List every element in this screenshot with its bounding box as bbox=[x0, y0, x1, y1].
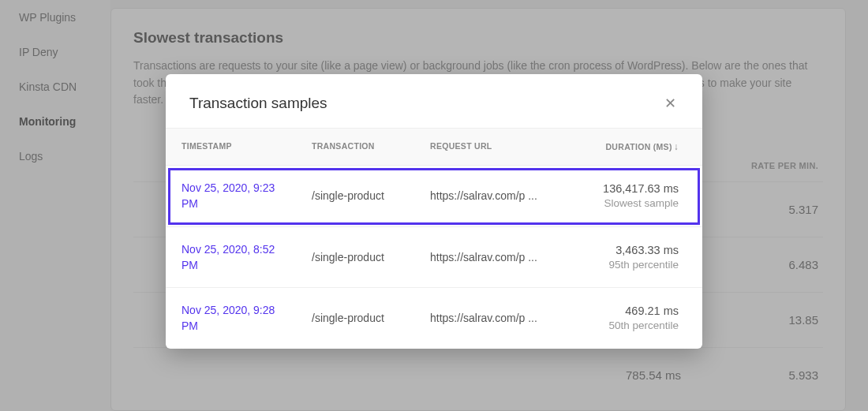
duration-label: Slowest sample bbox=[568, 197, 679, 209]
request-url: https://salrav.com/p ... bbox=[430, 251, 568, 263]
timestamp-link[interactable]: Nov 25, 2020, 9:28 PM bbox=[181, 304, 275, 332]
request-url: https://salrav.com/p ... bbox=[430, 189, 568, 202]
column-request-url[interactable]: REQUEST URL bbox=[430, 141, 568, 152]
duration-value: 469.21 ms bbox=[568, 305, 679, 317]
transaction-name: /single-product bbox=[312, 251, 430, 263]
transaction-samples-modal: Transaction samples ✕ TIMESTAMP TRANSACT… bbox=[166, 74, 702, 349]
transaction-name: /single-product bbox=[312, 189, 430, 202]
timestamp-link[interactable]: Nov 25, 2020, 8:52 PM bbox=[181, 243, 275, 271]
sort-down-icon: ↓ bbox=[674, 141, 679, 152]
column-duration[interactable]: DURATION (MS)↓ bbox=[568, 141, 687, 152]
modal-table-header: TIMESTAMP TRANSACTION REQUEST URL DURATI… bbox=[166, 128, 702, 166]
transaction-name: /single-product bbox=[312, 312, 430, 324]
column-transaction[interactable]: TRANSACTION bbox=[312, 141, 430, 152]
sample-row[interactable]: Nov 25, 2020, 9:23 PM/single-producthttp… bbox=[166, 166, 702, 227]
duration-label: 95th percentile bbox=[568, 259, 679, 271]
modal-overlay: Transaction samples ✕ TIMESTAMP TRANSACT… bbox=[0, 0, 868, 411]
duration-label: 50th percentile bbox=[568, 319, 679, 331]
duration-value: 3,463.33 ms bbox=[568, 244, 679, 256]
duration-value: 136,417.63 ms bbox=[568, 182, 679, 195]
request-url: https://salrav.com/p ... bbox=[430, 312, 568, 324]
timestamp-link[interactable]: Nov 25, 2020, 9:23 PM bbox=[181, 181, 275, 210]
column-timestamp[interactable]: TIMESTAMP bbox=[181, 141, 312, 152]
sample-row[interactable]: Nov 25, 2020, 9:28 PM/single-producthttp… bbox=[166, 288, 702, 349]
modal-title: Transaction samples bbox=[189, 95, 327, 112]
close-icon[interactable]: ✕ bbox=[661, 95, 679, 112]
sample-row[interactable]: Nov 25, 2020, 8:52 PM/single-producthttp… bbox=[166, 227, 702, 289]
